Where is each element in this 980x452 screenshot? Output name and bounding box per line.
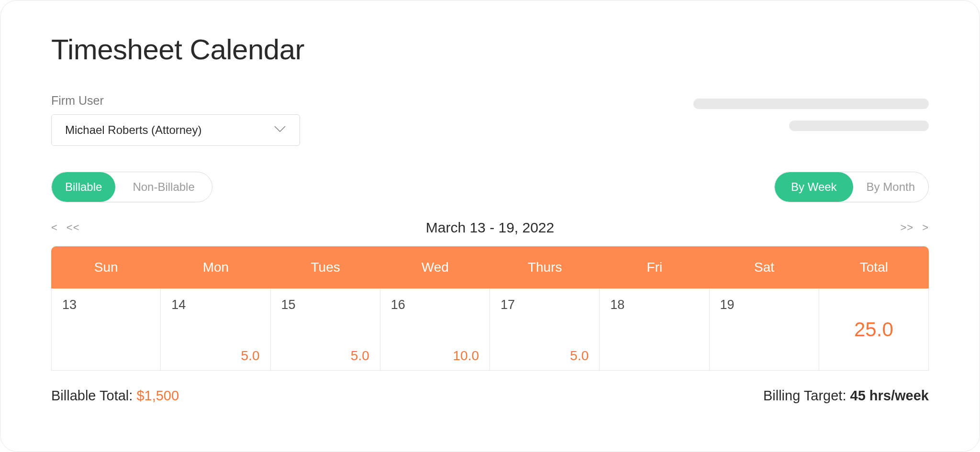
day-hours: 10.0 <box>453 348 479 364</box>
billable-total: Billable Total: $1,500 <box>51 388 179 404</box>
firm-user-label: Firm User <box>51 94 300 108</box>
total-hours: 25.0 <box>854 318 893 341</box>
day-number: 18 <box>610 298 698 312</box>
day-number: 15 <box>281 298 369 312</box>
calendar-day-cell[interactable]: 17 5.0 <box>490 288 600 371</box>
page-title: Timesheet Calendar <box>51 33 929 66</box>
day-number: 17 <box>501 298 589 312</box>
calendar: Sun Mon Tues Wed Thurs Fri Sat Total 13 … <box>51 246 929 371</box>
day-number: 16 <box>391 298 479 312</box>
day-number: 13 <box>62 298 150 312</box>
day-hours: 5.0 <box>351 348 369 364</box>
nav-prev-icon[interactable]: << <box>67 221 80 234</box>
calendar-header-cell: Wed <box>380 246 490 288</box>
view-toggle: By Week By Month <box>774 172 929 202</box>
date-navigation: < << March 13 - 19, 2022 >> > <box>51 220 929 236</box>
placeholder-bars <box>693 99 929 131</box>
calendar-header-cell: Mon <box>161 246 270 288</box>
calendar-body: 13 14 5.0 15 5.0 16 10.0 17 5.0 18 <box>51 288 929 371</box>
calendar-header-cell: Total <box>819 246 929 288</box>
billing-target-value: 45 hrs/week <box>850 388 929 403</box>
day-hours: 5.0 <box>241 348 260 364</box>
by-month-button[interactable]: By Month <box>853 172 928 202</box>
firm-user-field: Firm User Michael Roberts (Attorney) <box>51 94 300 146</box>
nav-arrows-right: >> > <box>900 221 929 234</box>
calendar-header-cell: Tues <box>271 246 380 288</box>
controls-row: Billable Non-Billable By Week By Month <box>51 172 929 202</box>
day-number: 14 <box>171 298 259 312</box>
calendar-header: Sun Mon Tues Wed Thurs Fri Sat Total <box>51 246 929 288</box>
placeholder-bar <box>693 99 929 109</box>
non-billable-button[interactable]: Non-Billable <box>115 172 212 202</box>
timesheet-card: Timesheet Calendar Firm User Michael Rob… <box>0 0 980 452</box>
calendar-total-cell: 25.0 <box>819 288 929 371</box>
billable-button[interactable]: Billable <box>52 172 115 202</box>
calendar-header-cell: Sun <box>51 246 161 288</box>
nav-first-icon[interactable]: < <box>51 221 58 234</box>
calendar-day-cell[interactable]: 15 5.0 <box>271 288 380 371</box>
day-number: 19 <box>720 298 808 312</box>
firm-user-value: Michael Roberts (Attorney) <box>65 123 201 137</box>
top-row: Firm User Michael Roberts (Attorney) <box>51 94 929 146</box>
calendar-day-cell[interactable]: 16 10.0 <box>380 288 490 371</box>
day-hours: 5.0 <box>570 348 589 364</box>
billable-total-amount: $1,500 <box>136 388 179 403</box>
nav-last-icon[interactable]: > <box>922 221 929 234</box>
footer-row: Billable Total: $1,500 Billing Target: 4… <box>51 388 929 404</box>
calendar-day-cell[interactable]: 19 <box>710 288 819 371</box>
calendar-header-cell: Fri <box>600 246 709 288</box>
placeholder-bar <box>789 121 929 131</box>
billing-target-label: Billing Target: <box>763 388 850 403</box>
chevron-down-icon <box>274 125 286 135</box>
nav-arrows-left: < << <box>51 221 80 234</box>
calendar-day-cell[interactable]: 14 5.0 <box>161 288 270 371</box>
calendar-day-cell[interactable]: 18 <box>600 288 709 371</box>
calendar-header-cell: Thurs <box>490 246 600 288</box>
by-week-button[interactable]: By Week <box>775 172 853 202</box>
billable-toggle: Billable Non-Billable <box>51 172 212 202</box>
nav-next-icon[interactable]: >> <box>900 221 913 234</box>
calendar-header-cell: Sat <box>710 246 819 288</box>
date-range: March 13 - 19, 2022 <box>426 220 555 236</box>
billing-target: Billing Target: 45 hrs/week <box>763 388 929 404</box>
calendar-day-cell[interactable]: 13 <box>51 288 161 371</box>
billable-total-label: Billable Total: <box>51 388 136 403</box>
firm-user-select[interactable]: Michael Roberts (Attorney) <box>51 114 300 146</box>
